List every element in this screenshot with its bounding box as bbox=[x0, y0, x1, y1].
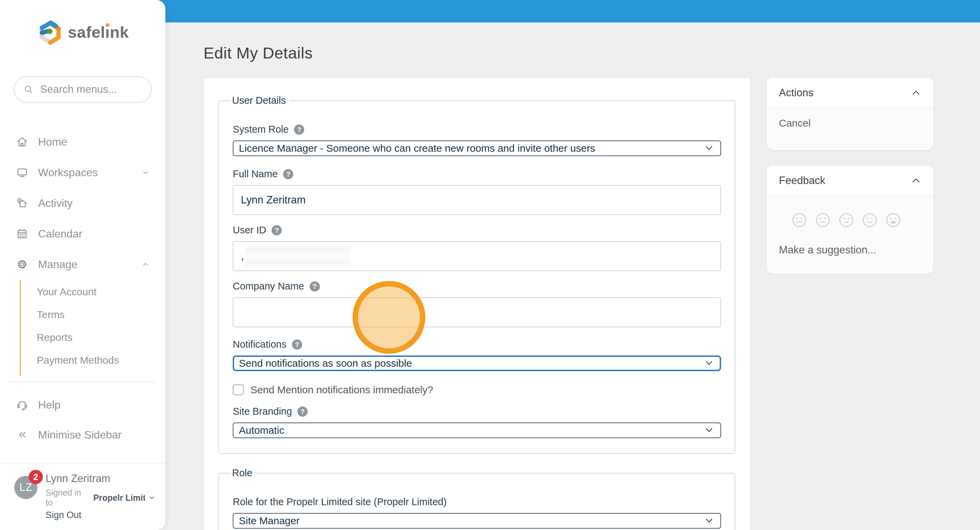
manage-submenu: Your Account Terms Reports Payment Metho… bbox=[20, 280, 165, 376]
feedback-face-rating bbox=[791, 212, 921, 228]
site-branding-value: Automatic bbox=[239, 425, 284, 436]
chevron-down-icon bbox=[704, 427, 714, 434]
chevron-up-icon[interactable] bbox=[911, 89, 921, 97]
notification-badge: 2 bbox=[29, 470, 43, 484]
help-circle-icon[interactable] bbox=[283, 169, 293, 179]
user-name: Lynn Zeritram bbox=[46, 473, 155, 485]
submenu-item-reports[interactable]: Reports bbox=[21, 326, 165, 349]
full-name-label: Full Name bbox=[233, 168, 278, 179]
mention-notifications-checkbox[interactable] bbox=[233, 384, 243, 395]
site-role-value: Site Manager bbox=[239, 515, 299, 527]
signed-in-label: Signed in to bbox=[46, 488, 90, 508]
sidebar-item-label: Help bbox=[38, 399, 60, 411]
notifications-value: Send notifications as soon as possible bbox=[239, 357, 412, 369]
help-circle-icon[interactable] bbox=[294, 124, 304, 135]
role-fieldset: Role Role for the Propelr Limited site (… bbox=[218, 467, 735, 530]
sidebar-item-help[interactable]: Help bbox=[0, 390, 165, 420]
page-title: Edit My Details bbox=[204, 44, 980, 62]
sidebar-item-calendar[interactable]: Calendar bbox=[0, 218, 165, 249]
sidebar-item-manage[interactable]: Manage bbox=[0, 249, 165, 279]
company-name-input[interactable] bbox=[233, 297, 721, 327]
calendar-icon bbox=[16, 227, 29, 240]
chevron-down-icon bbox=[704, 145, 714, 152]
help-circle-icon[interactable] bbox=[292, 340, 302, 350]
right-panel-column: Actions Cancel Feedback bbox=[767, 78, 933, 274]
sidebar-item-label: Manage bbox=[38, 258, 78, 271]
role-legend: Role bbox=[231, 467, 256, 479]
feedback-title: Feedback bbox=[779, 175, 825, 187]
sidebar-divider bbox=[10, 382, 155, 382]
sidebar: safelınk Home Workspaces bbox=[0, 0, 165, 530]
system-role-label: System Role bbox=[233, 124, 288, 135]
sidebar-nav: Home Workspaces Activity bbox=[0, 127, 165, 279]
help-circle-icon[interactable] bbox=[298, 406, 308, 417]
submenu-item-your-account[interactable]: Your Account bbox=[21, 280, 165, 303]
activity-icon bbox=[16, 197, 29, 209]
sidebar-item-label: Workspaces bbox=[38, 167, 98, 179]
chevron-down-icon bbox=[142, 168, 150, 176]
sidebar-footer-nav: Help Minimise Sidebar bbox=[0, 390, 165, 450]
headset-icon bbox=[16, 398, 29, 411]
sidebar-search bbox=[14, 76, 152, 103]
sidebar-item-home[interactable]: Home bbox=[0, 127, 165, 157]
site-branding-select[interactable]: Automatic bbox=[233, 422, 721, 438]
help-circle-icon[interactable] bbox=[272, 225, 282, 235]
company-name-label: Company Name bbox=[233, 281, 304, 292]
site-role-select[interactable]: Site Manager bbox=[233, 513, 721, 528]
sidebar-item-label: Calendar bbox=[38, 228, 82, 240]
notifications-label: Notifications bbox=[233, 339, 286, 350]
submenu-item-terms[interactable]: Terms bbox=[21, 303, 165, 326]
user-id-redaction bbox=[245, 247, 351, 265]
user-details-legend: User Details bbox=[231, 95, 289, 106]
sidebar-item-label: Activity bbox=[38, 197, 73, 209]
actions-title: Actions bbox=[779, 87, 814, 99]
actions-panel-header[interactable]: Actions bbox=[767, 78, 933, 107]
brand-logo-text: safelınk bbox=[68, 23, 129, 41]
notifications-select[interactable]: Send notifications as soon as possible bbox=[233, 355, 721, 371]
system-role-select[interactable]: Licence Manager - Someone who can create… bbox=[233, 141, 721, 156]
monitor-icon bbox=[16, 166, 29, 179]
home-icon bbox=[16, 135, 29, 148]
brand-logo[interactable]: safelınk bbox=[37, 16, 129, 48]
make-suggestion-link[interactable]: Make a suggestion... bbox=[779, 244, 921, 256]
user-id-label: User ID bbox=[233, 225, 266, 236]
help-circle-icon[interactable] bbox=[310, 281, 320, 292]
cancel-button[interactable]: Cancel bbox=[779, 117, 921, 129]
sidebar-item-label: Home bbox=[38, 136, 67, 148]
chevron-up-icon bbox=[142, 260, 150, 268]
user-block: LZ 2 Lynn Zeritram Signed in to Propelr … bbox=[0, 464, 165, 530]
chevron-down-icon bbox=[704, 517, 714, 524]
org-name[interactable]: Propelr Limit bbox=[93, 493, 145, 503]
search-icon bbox=[23, 84, 34, 95]
gear-icon bbox=[16, 258, 29, 271]
chevron-down-icon bbox=[704, 360, 714, 367]
system-role-value: Licence Manager - Someone who can create… bbox=[239, 143, 595, 154]
user-id-input[interactable]: , bbox=[233, 241, 721, 271]
double-chevron-left-icon bbox=[16, 428, 29, 441]
feedback-face-very-sad-icon[interactable] bbox=[791, 212, 808, 228]
feedback-panel: Feedback bbox=[767, 166, 933, 274]
feedback-face-sad-icon[interactable] bbox=[815, 212, 831, 228]
submenu-item-invoices[interactable]: Invoices bbox=[21, 371, 165, 376]
sidebar-item-label: Minimise Sidebar bbox=[38, 428, 121, 441]
chevron-up-icon[interactable] bbox=[911, 177, 921, 184]
mention-notifications-label: Send Mention notifications immediately? bbox=[250, 384, 433, 396]
feedback-panel-header[interactable]: Feedback bbox=[767, 166, 933, 195]
brand-logo-icon bbox=[37, 16, 64, 48]
user-id-visible-value: , bbox=[241, 250, 244, 262]
submenu-item-payment-methods[interactable]: Payment Methods bbox=[21, 349, 165, 371]
sidebar-item-minimise[interactable]: Minimise Sidebar bbox=[0, 420, 165, 450]
site-role-label: Role for the Propelr Limited site (Prope… bbox=[233, 496, 721, 508]
feedback-face-very-happy-icon[interactable] bbox=[885, 212, 901, 228]
sidebar-item-workspaces[interactable]: Workspaces bbox=[0, 157, 165, 188]
full-name-input[interactable] bbox=[233, 185, 721, 215]
sign-out-link[interactable]: Sign Out bbox=[46, 510, 155, 520]
actions-panel: Actions Cancel bbox=[767, 78, 933, 150]
feedback-face-neutral-icon[interactable] bbox=[838, 212, 854, 228]
sidebar-item-activity[interactable]: Activity bbox=[0, 188, 165, 218]
chevron-down-icon[interactable] bbox=[148, 494, 155, 501]
edit-details-form-card: User Details System Role Licence Manager… bbox=[204, 78, 750, 530]
search-input[interactable] bbox=[40, 83, 146, 95]
feedback-face-happy-icon[interactable] bbox=[862, 212, 878, 228]
site-branding-label: Site Branding bbox=[233, 406, 292, 417]
